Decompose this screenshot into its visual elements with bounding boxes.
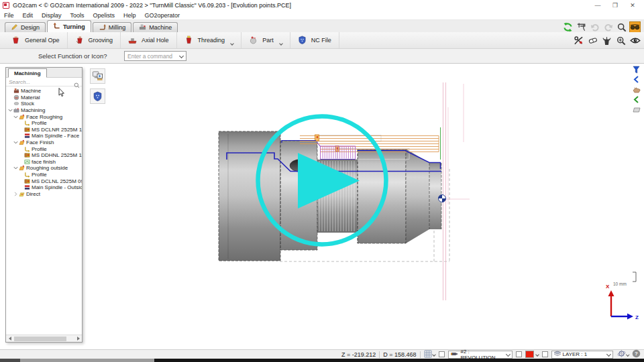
menu-item-go2operator[interactable]: GO2operator (145, 12, 180, 19)
tab-milling[interactable]: Milling (93, 22, 132, 32)
finish-icon (23, 159, 30, 165)
ribbon-button-axial-hole[interactable]: Axial Hole (121, 32, 177, 48)
part-icon (249, 36, 258, 46)
tree-item-roughing-outside[interactable]: Roughing outside (6, 165, 82, 172)
menu-item-edit[interactable]: Edit (23, 12, 34, 19)
machining-icon (13, 107, 19, 113)
expander-open-icon[interactable] (13, 115, 18, 119)
tree-item-main-spindle-outside[interactable]: Main Spindle - Outside (6, 184, 82, 191)
glasses-icon[interactable] (629, 21, 641, 33)
maximize-button[interactable]: ❐ (606, 2, 624, 9)
caliper-icon[interactable] (576, 21, 587, 33)
scroll-left-button[interactable] (6, 335, 13, 342)
nc-shield-button[interactable] (90, 88, 105, 104)
tab-design[interactable]: Design (5, 22, 46, 32)
bottom-strip (0, 359, 644, 362)
threading-icon (184, 36, 193, 46)
menu-item-display[interactable]: Display (42, 12, 62, 19)
chevron-left-blue-icon[interactable] (631, 75, 641, 84)
close-button[interactable]: ✕ (624, 2, 641, 9)
operation-icon (18, 139, 25, 145)
grooving-icon (75, 36, 84, 46)
undo-icon[interactable] (589, 21, 600, 33)
tree-search[interactable]: Search... (6, 78, 82, 86)
layer-selector[interactable]: LAYER : 1 (551, 351, 613, 359)
menu-item-tools[interactable]: Tools (70, 12, 85, 19)
module-tabs: DesignTurningMillingMachine (0, 20, 644, 32)
status-bar: Z = -219.212 D = 158.468 #2 : REVOLUTION… (0, 349, 644, 359)
tool-icon (23, 127, 30, 133)
tree-item-ms-dclnr-2525m-16-t00[interactable]: MS DCLNR 2525M 16.T00 (6, 127, 82, 133)
profile-icon (23, 146, 30, 152)
sync-icon[interactable] (562, 21, 574, 33)
stock-icon (13, 101, 19, 107)
tab-machine[interactable]: Machine (133, 22, 178, 32)
tree-item-ms-dclnl-2525m-09-t00[interactable]: MS DCLNL 2525M 09.T00 (6, 178, 82, 184)
plane-icon[interactable] (631, 105, 641, 114)
chevron-left-green-icon[interactable] (631, 95, 641, 104)
expander-open-icon[interactable] (13, 166, 18, 170)
machining-tree: MachineMaterialStockMachiningFace Roughi… (6, 86, 82, 197)
ribbon-button-part[interactable]: Part (241, 32, 290, 48)
tree-item-profile[interactable]: Profile (6, 172, 82, 178)
spindle-selector[interactable]: #2 : REVOLUTION (448, 351, 513, 359)
menu-item-help[interactable]: Help (123, 12, 136, 19)
tree-item-material[interactable]: Material (6, 95, 82, 101)
tree-item-main-spindle-face[interactable]: Main Spindle - Face (6, 133, 82, 139)
chevron-down-icon (279, 42, 283, 46)
tree-item-direct[interactable]: Direct (6, 191, 82, 198)
ribbon-button-nc-file[interactable]: NC File (290, 32, 339, 48)
expander-open-icon[interactable] (7, 108, 13, 113)
tree-item-face-roughing[interactable]: Face Roughing (6, 113, 82, 120)
scrollbar-thumb[interactable] (14, 337, 66, 342)
ribbon-button-threading[interactable]: Threading (177, 32, 242, 48)
simulation-button[interactable] (90, 68, 105, 84)
expander-open-icon[interactable] (13, 140, 18, 145)
tab-turning[interactable]: Turning (47, 20, 91, 32)
help-button[interactable]: ? (632, 349, 641, 359)
menu-item-file[interactable]: File (4, 12, 14, 19)
tree-item-face-finish[interactable]: Face Finish (6, 139, 82, 146)
chevron-down-icon (179, 54, 184, 58)
turning-tab-icon (53, 22, 60, 31)
redo-icon[interactable] (602, 21, 614, 33)
quick-toolbar-row2 (573, 35, 641, 46)
tree-item-machine[interactable]: Machine (6, 88, 82, 95)
tree-item-face-finish[interactable]: face finish (6, 159, 82, 166)
tree-item-profile[interactable]: Profile (6, 145, 82, 152)
layer-icon (554, 351, 561, 358)
spindle-checkbox[interactable] (439, 351, 445, 357)
ribbon-button-grooving[interactable]: Grooving (68, 32, 121, 48)
command-input[interactable]: Enter a command (124, 51, 186, 61)
svg-text:?: ? (635, 351, 638, 357)
color-swatch[interactable] (525, 351, 539, 358)
panel-tab-strip: Machining (6, 68, 82, 78)
clean-icon[interactable] (601, 35, 612, 46)
menu-item-opelists[interactable]: Opelists (93, 12, 115, 19)
orbit-button[interactable] (617, 349, 629, 359)
grid-button[interactable] (424, 350, 435, 359)
filter-icon[interactable] (631, 65, 641, 74)
machine-axes-icon[interactable] (573, 35, 584, 46)
grab-icon[interactable] (631, 85, 641, 94)
scroll-right-button[interactable] (74, 335, 82, 342)
viewport-canvas[interactable] (0, 64, 644, 349)
zoom-in-icon[interactable] (615, 35, 627, 46)
profile-icon (23, 172, 30, 178)
layer-checkbox[interactable] (542, 351, 548, 357)
tree-item-stock[interactable]: Stock (6, 101, 82, 107)
tree-item-machining[interactable]: Machining (6, 107, 82, 114)
spindle-icon (451, 351, 459, 358)
ribbon-button-general-ope[interactable]: General Ope (4, 32, 68, 48)
tree-item-ms-ddhnl-2525m-15-t00[interactable]: MS DDHNL 2525M 15.T00 (6, 152, 82, 159)
expander-closed-icon[interactable] (13, 192, 18, 196)
tree-item-profile[interactable]: Profile (6, 120, 82, 127)
minimize-button[interactable]: — (589, 2, 606, 9)
tab-machining[interactable]: Machining (8, 68, 47, 78)
zoom-window-icon[interactable] (616, 21, 627, 33)
eraser-icon[interactable] (587, 35, 598, 46)
horizontal-scrollbar[interactable] (6, 335, 82, 342)
eye-icon[interactable] (629, 35, 641, 46)
color-checkbox[interactable] (516, 351, 522, 357)
operation-icon (18, 165, 25, 171)
